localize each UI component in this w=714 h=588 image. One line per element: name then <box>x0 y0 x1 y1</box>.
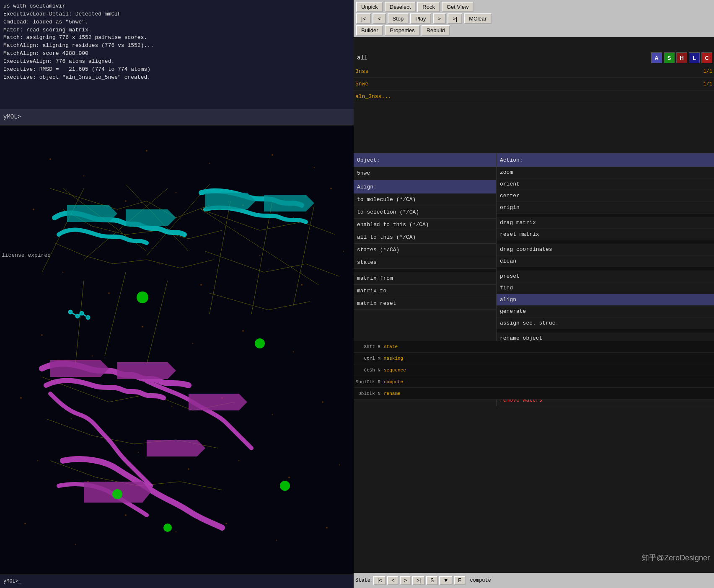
object-label: Object: <box>354 153 496 167</box>
console-line: Match: read scoring matrix. <box>3 26 350 34</box>
action-label: Action: <box>497 153 714 167</box>
align-enabled-to-this[interactable]: enabled to this (*/CA) <box>354 219 496 231</box>
align-to-selection[interactable]: to selection (*/CA) <box>354 206 496 219</box>
hint-val-sequence[interactable]: sequence <box>384 368 406 373</box>
rebuild-button[interactable]: Rebuild <box>422 25 450 36</box>
cmd-input[interactable] <box>23 113 106 120</box>
bottom-control-bar: State |< < > >| S ▼ F compute <box>354 573 714 588</box>
hint-val-compute[interactable]: compute <box>384 379 403 384</box>
svg-point-21 <box>41 334 43 336</box>
state-down-button[interactable]: ▼ <box>439 576 453 585</box>
action-reset-matrix[interactable]: reset matrix <box>497 229 714 240</box>
console-line: CmdLoad: loaded as "5nwe". <box>3 18 350 26</box>
prev-button[interactable]: < <box>373 13 386 24</box>
svg-marker-95 <box>126 209 176 226</box>
hint-row-masking: Ctrl M masking <box>354 353 714 364</box>
svg-point-17 <box>200 284 202 286</box>
object-row-3nss[interactable]: 3nss 1/1 <box>354 65 714 78</box>
hint-val-rename[interactable]: rename <box>384 391 401 396</box>
rewind-button[interactable]: |< <box>356 13 371 24</box>
object-row-aln[interactable]: aln_3nss... <box>354 90 714 103</box>
show-hide-button[interactable]: H <box>676 52 687 63</box>
svg-point-14 <box>62 272 64 273</box>
action-orient[interactable]: orient <box>497 178 714 190</box>
action-align[interactable]: align <box>497 294 714 306</box>
align-matrix-from[interactable]: matrix from <box>354 272 496 285</box>
svg-point-105 <box>112 489 122 499</box>
svg-point-6 <box>314 167 315 168</box>
fast-forward-button[interactable]: >| <box>448 13 462 24</box>
show-lines-button[interactable]: L <box>689 52 700 63</box>
align-to-molecule[interactable]: to molecule (*/CA) <box>354 193 496 206</box>
show-sticks-button[interactable]: S <box>664 52 675 63</box>
action-clean[interactable]: clean <box>497 255 714 267</box>
hint-row-state: Shft R state <box>354 341 714 353</box>
svg-marker-94 <box>67 205 117 222</box>
console-line: MatchAlign: aligning residues (776 vs 15… <box>3 42 350 50</box>
stop-button[interactable]: Stop <box>388 13 409 24</box>
properties-button[interactable]: Properties <box>385 25 419 36</box>
action-drag-matrix[interactable]: drag matrix <box>497 217 714 229</box>
svg-point-2 <box>83 175 85 177</box>
svg-point-38 <box>238 460 240 462</box>
rock-button[interactable]: Rock <box>417 2 440 12</box>
action-find[interactable]: find <box>497 282 714 294</box>
svg-point-27 <box>20 397 22 399</box>
state-f-button[interactable]: F <box>454 576 465 585</box>
align-sep <box>354 269 496 272</box>
object-state-5nwe: 1/1 <box>703 81 712 87</box>
object-name-display: 5nwe <box>354 167 496 180</box>
object-state-3nss: 1/1 <box>703 69 712 75</box>
action-drag-coordinates[interactable]: drag coordinates <box>497 244 714 255</box>
show-all-button[interactable]: A <box>651 52 662 63</box>
action-origin[interactable]: origin <box>497 202 714 214</box>
deselect-button[interactable]: Deselect <box>385 2 416 12</box>
svg-point-26 <box>293 351 294 353</box>
align-states[interactable]: states <box>354 256 496 269</box>
show-color-button[interactable]: C <box>701 52 712 63</box>
svg-point-44 <box>176 531 177 533</box>
mclear-button[interactable]: MClear <box>464 13 492 24</box>
hint-val-masking[interactable]: masking <box>384 356 403 361</box>
builder-button[interactable]: Builder <box>356 25 383 36</box>
console-line: Executive: RMSD = 21.605 (774 to 774 ato… <box>3 66 350 74</box>
svg-point-107 <box>280 481 290 491</box>
hint-key-ctrl-m: Ctrl M <box>355 356 380 361</box>
state-prev-button[interactable]: < <box>387 576 398 585</box>
svg-point-45 <box>225 523 227 524</box>
action-preset[interactable]: preset <box>497 271 714 282</box>
hint-row-sequence: CtSh N sequence <box>354 364 714 376</box>
hint-key-ctsh-n: CtSh N <box>355 368 380 373</box>
svg-point-15 <box>108 292 110 294</box>
svg-point-33 <box>322 401 323 403</box>
cmd-input-area: yMOL> <box>0 109 354 125</box>
all-objects-label: all <box>355 54 649 61</box>
state-rewind-button[interactable]: |< <box>373 576 386 585</box>
hint-val-state[interactable]: state <box>384 344 398 349</box>
play-button[interactable]: Play <box>410 13 431 24</box>
next-button[interactable]: > <box>433 13 446 24</box>
console-line: us with oseltamivir <box>3 3 350 10</box>
unpick-button[interactable]: Unpick <box>356 2 383 12</box>
toolbar: Unpick Deselect Rock Get View |< < Stop … <box>354 0 714 37</box>
object-row-5nwe[interactable]: 5nwe 1/1 <box>354 78 714 90</box>
align-matrix-to[interactable]: matrix to <box>354 285 496 297</box>
svg-point-7 <box>33 209 34 210</box>
console-line: ExecutiveLoad-Detail: Detected mmCIF <box>3 10 350 18</box>
svg-point-16 <box>159 263 160 265</box>
state-next-button[interactable]: > <box>400 576 411 585</box>
svg-point-20 <box>343 251 344 252</box>
align-matrix-reset[interactable]: matrix reset <box>354 297 496 310</box>
align-states-ca[interactable]: states (*/CA) <box>354 244 496 256</box>
get-view-button[interactable]: Get View <box>442 2 474 12</box>
svg-point-18 <box>259 255 261 256</box>
molecular-viewport[interactable]: license expired <box>0 126 354 574</box>
action-generate[interactable]: generate <box>497 306 714 317</box>
align-all-to-this[interactable]: all to this (*/CA) <box>354 231 496 244</box>
svg-point-106 <box>163 524 172 532</box>
state-ff-button[interactable]: >| <box>412 576 425 585</box>
action-zoom[interactable]: zoom <box>497 167 714 178</box>
state-s-button[interactable]: S <box>426 576 438 585</box>
action-assign-sec-struc[interactable]: assign sec. struc. <box>497 317 714 329</box>
action-center[interactable]: center <box>497 190 714 202</box>
